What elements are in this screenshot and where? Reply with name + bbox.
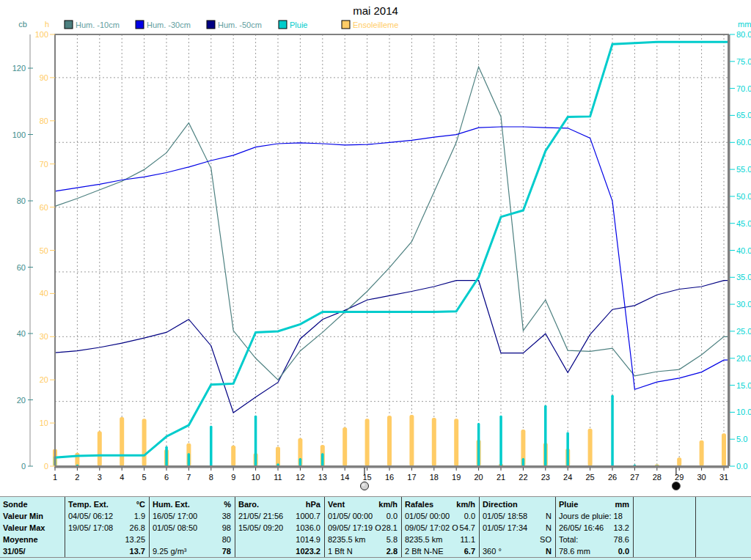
cell-text: 9.25 g/m³	[153, 545, 186, 557]
column-title: Baro.	[238, 498, 259, 510]
stat-column-rafales: Rafaleskm/h01/05/ 00:000.009/05/ 17:02 O…	[401, 497, 479, 557]
rain-bar	[522, 458, 525, 466]
cell-value: 5.8	[387, 534, 398, 545]
cell-value: 13.7	[130, 545, 145, 557]
column-header	[634, 498, 695, 510]
table-cell: 360 °N	[480, 545, 555, 557]
legend-label: Pluie	[290, 21, 307, 29]
rain-bar	[544, 405, 547, 466]
column-header: Baro.hPa	[235, 498, 324, 510]
day-label: 3	[98, 473, 102, 482]
mm-tick-label: 60.0	[736, 138, 751, 147]
legend-label: Hum. -10cm	[76, 21, 120, 29]
rain-bar	[321, 453, 324, 466]
cell-value: 1014.9	[296, 534, 320, 545]
day-label: 28	[653, 473, 662, 482]
table-cell: 01/05/ 18:58N	[480, 510, 555, 522]
sunshine-bar	[120, 417, 124, 466]
cell-value: N	[546, 510, 552, 522]
h-axis-label: h	[45, 20, 49, 29]
cell-value: N	[546, 522, 552, 534]
table-cell	[634, 534, 695, 545]
row-label-text: 31/05/	[3, 545, 26, 557]
table-cell: 2 Bft N-NE6.7	[402, 545, 479, 557]
cell-value: 28.1	[382, 522, 398, 534]
stat-column-temp-ext-: Temp. Ext.°C04/05/ 06:121.919/05/ 17:082…	[65, 497, 149, 557]
h-axis: 0102030405060708090100h	[35, 20, 55, 471]
table-cell	[696, 522, 751, 534]
table-cell: 9.25 g/m³78	[150, 545, 235, 557]
cb-tick-label: 120	[12, 64, 26, 73]
column-unit: °C	[136, 498, 145, 510]
mm-tick-label: 20.0	[736, 354, 751, 363]
full-moon-icon	[361, 482, 369, 490]
stat-column-empty	[695, 497, 751, 557]
table-cell: 09/05/ 17:19 O28.1	[325, 522, 401, 534]
column-title: Rafales	[405, 498, 433, 510]
cell-text: 01/05/ 08:50	[153, 522, 197, 534]
cell-value: 11.1	[460, 534, 475, 545]
statistics-table: SondeValeur MinValeur MaxMoyenne31/05/Te…	[0, 496, 751, 560]
mm-tick-label: 50.0	[736, 192, 751, 201]
h-tick-label: 70	[40, 160, 48, 169]
sunshine-bar	[387, 416, 392, 466]
sunshine-bar	[454, 419, 458, 466]
table-cell: 01/05/ 08:5098	[150, 522, 235, 534]
cell-text: 360 °	[483, 545, 502, 557]
stat-column-hum-ext-: Hum. Ext.%16/05/ 17:003801/05/ 08:509880…	[149, 497, 235, 557]
cb-tick-label: 40	[17, 329, 26, 338]
cell-value: 1000.7	[296, 510, 320, 522]
stat-column-baro-: Baro.hPa21/05/ 21:561000.715/05/ 09:2010…	[235, 497, 324, 557]
cell-value: 0.0	[618, 545, 629, 557]
table-cell: 19/05/ 17:0826.8	[65, 522, 149, 534]
humidity-line-10cm	[55, 67, 728, 380]
cell-value: 54.7	[460, 522, 475, 534]
plot-frame	[54, 34, 729, 467]
cell-text: 15/05/ 09:20	[238, 522, 283, 534]
rain-bar	[566, 432, 569, 466]
rain-bar	[299, 458, 302, 466]
table-cell: 26/05/ 16:4613.2	[556, 522, 633, 534]
cb-tick-label: 0	[21, 462, 26, 471]
sunshine-bar	[276, 447, 280, 467]
cell-value: 80	[222, 534, 231, 545]
table-cell: 8235.5 km5.8	[325, 534, 401, 545]
legend-swatch	[207, 21, 215, 29]
column-unit: km/h	[378, 498, 398, 510]
sunshine-bar	[722, 433, 726, 466]
column-title: Direction	[483, 498, 518, 510]
chart-legend: Hum. -10cmHum. -30cmHum. -50cmPluieEnsol…	[65, 21, 398, 29]
row-label: Valeur Min	[0, 510, 65, 522]
mm-tick-label: 75.0	[736, 57, 751, 66]
row-label-text: Sonde	[3, 498, 28, 510]
table-cell: 04/05/ 06:121.9	[65, 510, 149, 522]
legend-swatch	[136, 21, 144, 29]
day-label: 1	[53, 473, 57, 482]
table-cell: Jours de pluie: 18	[556, 510, 633, 522]
cell-text: 78.6 mm	[559, 545, 590, 557]
cell-text: Total:	[559, 534, 578, 545]
cell-text: 09/05/ 17:02 O	[405, 522, 458, 534]
row-label-text: Valeur Max	[3, 522, 45, 534]
row-label: 31/05/	[0, 545, 65, 557]
table-cell: 15/05/ 09:201036.0	[235, 522, 324, 534]
stat-column-pluie: PluiemmJours de pluie: 1826/05/ 16:4613.…	[555, 497, 633, 557]
cell-text: 19/05/ 17:08	[68, 522, 113, 534]
column-header: Temp. Ext.°C	[65, 498, 149, 510]
weather-chart-panel: mai 2014 020406080100120cb01020304050607…	[0, 0, 751, 496]
stat-column-vent: Ventkm/h01/05/ 00:000.009/05/ 17:19 O28.…	[324, 497, 401, 557]
day-label: 4	[120, 473, 124, 482]
cell-value: 1023.2	[296, 545, 320, 557]
day-label: 30	[697, 473, 706, 482]
column-header: Pluiemm	[556, 498, 633, 510]
cell-value: 98	[222, 522, 231, 534]
rain-bar	[210, 426, 213, 466]
h-tick-label: 10	[40, 419, 48, 427]
cell-value: 2.8	[387, 545, 398, 557]
h-tick-label: 40	[40, 289, 48, 298]
row-label: Moyenne	[0, 534, 65, 545]
day-label: 25	[585, 473, 594, 482]
cell-value: 6.7	[464, 545, 475, 557]
cell-text: 04/05/ 06:12	[68, 510, 113, 522]
column-header: Rafaleskm/h	[402, 498, 479, 510]
